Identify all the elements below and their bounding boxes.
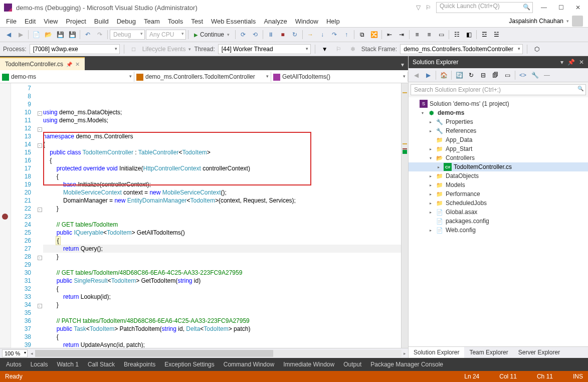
- tool-tab-output[interactable]: Output: [339, 359, 365, 370]
- user-area[interactable]: Jaspalsinh Chauhan ▾: [509, 16, 586, 27]
- se-tab-solution-explorer[interactable]: Solution Explorer: [409, 347, 464, 358]
- ext3-button[interactable]: ☲: [479, 29, 490, 40]
- se-tab-server-explorer[interactable]: Server Explorer: [513, 347, 565, 358]
- menu-project[interactable]: Project: [62, 16, 90, 27]
- code-line[interactable]: [43, 261, 401, 269]
- tool-tab-watch-1[interactable]: Watch 1: [53, 359, 83, 370]
- code-line[interactable]: }: [43, 253, 401, 261]
- expand-icon[interactable]: ▸: [428, 200, 434, 206]
- tree-node[interactable]: ▸📄Global.asax: [409, 208, 588, 217]
- tool-tab-locals[interactable]: Locals: [27, 359, 52, 370]
- save-button[interactable]: 💾: [55, 29, 66, 40]
- minimize-button[interactable]: —: [538, 2, 550, 13]
- hex-button[interactable]: ⬡: [531, 44, 542, 55]
- se-forward-button[interactable]: ▶: [423, 70, 434, 81]
- code-line[interactable]: {: [43, 285, 401, 293]
- tool-tab-autos[interactable]: Autos: [2, 359, 26, 370]
- step-next-stmt-button[interactable]: →: [305, 29, 316, 40]
- tool-tab-exception-settings[interactable]: Exception Settings: [160, 359, 218, 370]
- code-line[interactable]: public IQueryable<TodoItem> GetAllTodoIt…: [43, 229, 401, 237]
- tree-node[interactable]: ▸📁Models: [409, 180, 588, 189]
- intellitrace-button[interactable]: ⧉: [356, 29, 367, 40]
- diag-tools-button[interactable]: 🔀: [368, 29, 379, 40]
- continue-button[interactable]: ▶ Continue ▾: [190, 30, 233, 40]
- expand-icon[interactable]: ▸: [428, 182, 434, 188]
- se-tab-team-explorer[interactable]: Team Explorer: [464, 347, 513, 358]
- menu-help[interactable]: Help: [322, 16, 344, 27]
- code-line[interactable]: {: [43, 172, 401, 180]
- tree-node[interactable]: ▸C#TodoItemController.cs: [409, 162, 588, 171]
- tool-tab-immediate-window[interactable]: Immediate Window: [279, 359, 338, 370]
- menu-build[interactable]: Build: [90, 16, 113, 27]
- tool-tab-command-window[interactable]: Command Window: [220, 359, 278, 370]
- stop-button[interactable]: ■: [277, 29, 288, 40]
- menu-tools[interactable]: Tools: [164, 16, 187, 27]
- se-home-button[interactable]: 🏠: [438, 70, 449, 81]
- expand-icon[interactable]: ▸: [436, 164, 442, 170]
- breakpoint-icon[interactable]: [2, 214, 8, 220]
- browser-link-button[interactable]: ⟲: [250, 29, 261, 40]
- ext2-button[interactable]: ◧: [463, 29, 474, 40]
- fold-column[interactable]: - - - - - -: [36, 83, 43, 348]
- code-line[interactable]: {: [43, 237, 401, 245]
- menu-view[interactable]: View: [40, 16, 62, 27]
- indent-less-button[interactable]: ⇤: [384, 29, 395, 40]
- close-button[interactable]: ✕: [572, 2, 584, 13]
- tab-close-icon[interactable]: ✕: [75, 61, 80, 68]
- tree-node[interactable]: ▸📁DataObjects: [409, 171, 588, 180]
- code-line[interactable]: // GET tables/TodoItem/48D68C86-6EA6-4C2…: [43, 269, 401, 277]
- notifications-icon[interactable]: ⚐: [426, 4, 431, 11]
- code-line[interactable]: DomainManager = new EntityDomainManager<…: [43, 197, 401, 205]
- quick-launch-input[interactable]: Quick Launch (Ctrl+Q) 🔍: [436, 2, 533, 13]
- restart-button[interactable]: ↻: [289, 29, 300, 40]
- code-line[interactable]: using demo_ms.Models;: [43, 116, 401, 124]
- code-line[interactable]: [43, 213, 401, 221]
- code-line[interactable]: }: [43, 301, 401, 309]
- comment-button[interactable]: ≡: [412, 29, 423, 40]
- menu-window[interactable]: Window: [291, 16, 322, 27]
- dropdown-icon[interactable]: ▾: [560, 59, 563, 66]
- horizontal-scrollbar[interactable]: [35, 350, 402, 357]
- nav-forward-button[interactable]: ▶: [15, 29, 26, 40]
- freeze-button[interactable]: ❄: [347, 44, 358, 55]
- code-area[interactable]: 7891011121314151617181920212223242526272…: [0, 83, 408, 348]
- ext1-button[interactable]: ☷: [451, 29, 462, 40]
- bookmarks-button[interactable]: ▭: [436, 29, 447, 40]
- tree-node[interactable]: ▸🔧References: [409, 126, 588, 135]
- solution-explorer-search[interactable]: Search Solution Explorer (Ctrl+;): [411, 84, 586, 95]
- menu-web-essentials[interactable]: Web Essentials: [207, 16, 260, 27]
- pin-pane-icon[interactable]: 📌: [567, 59, 575, 66]
- menu-team[interactable]: Team: [140, 16, 164, 27]
- nav-member-dropdown[interactable]: GetAllTodoItems(): [271, 72, 408, 82]
- step-over-button[interactable]: ↷: [329, 29, 340, 40]
- code-line[interactable]: public Task<TodoItem> PatchTodoItem(stri…: [43, 325, 401, 333]
- new-project-button[interactable]: 📄: [31, 29, 42, 40]
- menu-debug[interactable]: Debug: [113, 16, 140, 27]
- expand-icon[interactable]: [412, 101, 418, 107]
- save-all-button[interactable]: 💾: [67, 29, 78, 40]
- se-showall-button[interactable]: 🗐: [490, 70, 501, 81]
- code-line[interactable]: MobileServiceContext context = new Mobil…: [43, 188, 401, 197]
- tree-node[interactable]: SSolution 'demo-ms' (1 project): [409, 99, 588, 108]
- code-line[interactable]: // PATCH tables/TodoItem/48D68C86-6EA6-4…: [43, 317, 401, 325]
- menu-file[interactable]: File: [2, 16, 21, 27]
- code-line[interactable]: return UpdateAsync(id, patch);: [43, 341, 401, 348]
- code-line[interactable]: namespace demo_ms.Controllers: [43, 132, 401, 140]
- tree-node[interactable]: ▸🔧Properties: [409, 117, 588, 126]
- split-arrow-icon[interactable]: ◂: [31, 351, 33, 356]
- redo-button[interactable]: ↷: [94, 29, 105, 40]
- filter-threads-button[interactable]: ▼: [319, 44, 330, 55]
- code-line[interactable]: }: [43, 205, 401, 213]
- se-collapse-button[interactable]: ⊟: [478, 70, 489, 81]
- thread-dropdown[interactable]: [44] Worker Thread: [218, 44, 311, 54]
- expand-icon[interactable]: ▸: [428, 191, 434, 197]
- code-editor[interactable]: using demo_ms.DataObjects;using demo_ms.…: [43, 83, 401, 348]
- step-into-button[interactable]: ↓: [317, 29, 328, 40]
- expand-icon[interactable]: ▸: [428, 173, 434, 179]
- code-line[interactable]: {: [43, 333, 401, 341]
- se-sync-button[interactable]: 🔄: [454, 70, 465, 81]
- tab-overflow-icon[interactable]: ▾: [397, 59, 408, 70]
- pin-icon[interactable]: 📌: [66, 62, 72, 67]
- stackframe-dropdown[interactable]: demo_ms.Controllers.TodoItemController: [400, 44, 523, 54]
- se-preview-button[interactable]: ▭: [502, 70, 513, 81]
